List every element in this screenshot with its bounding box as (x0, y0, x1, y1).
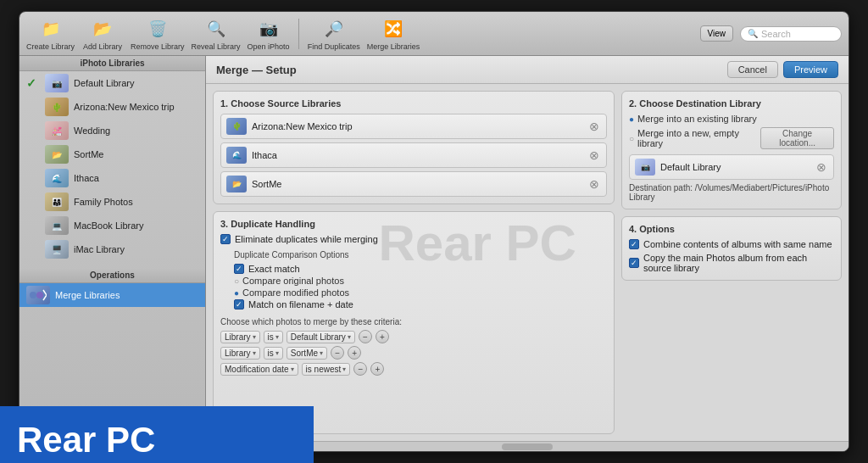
setup-right: 2. Choose Destination Library Merge into… (621, 91, 842, 434)
criteria-add-button[interactable]: + (370, 362, 384, 376)
sidebar-item-ithaca[interactable]: 🌊 Ithaca (19, 166, 205, 190)
remove-source-button[interactable]: ⊗ (587, 120, 601, 133)
sidebar-item-macbook[interactable]: 💻 MacBook Library (19, 214, 205, 237)
reveal-library-icon: 🔍 (204, 17, 228, 41)
criteria-col3-select[interactable]: SortMe (287, 347, 327, 360)
open-iphoto-button[interactable]: 📷 Open iPhoto (248, 17, 290, 51)
dup-comparison-options: ✓ Exact match Compare original photos (234, 264, 607, 310)
remove-dest-button[interactable]: ⊗ (815, 160, 828, 174)
criteria-col2-select[interactable]: is (264, 347, 283, 360)
search-icon: 🔍 (748, 29, 758, 38)
reveal-library-button[interactable]: 🔍 Reveal Library (192, 17, 241, 51)
merge-libraries-button[interactable]: 🔀 Merge Libraries (367, 17, 420, 51)
dup-section-title: 3. Duplicate Handling (220, 219, 607, 229)
compare-modified-row[interactable]: Compare modified photos (234, 287, 607, 298)
option2-checkbox[interactable]: ✓ (629, 258, 639, 268)
duplicate-handling-section: 3. Duplicate Handling ✓ Eliminate duplic… (213, 211, 615, 434)
sidebar-item-arizona[interactable]: 🌵 Arizona:New Mexico trip (19, 95, 205, 119)
toolbar-separator (298, 19, 299, 49)
change-location-button[interactable]: Change location... (760, 127, 834, 149)
dest-new-radio[interactable] (629, 133, 634, 143)
option1-checkbox[interactable]: ✓ (629, 239, 639, 249)
exact-match-checkbox[interactable]: ✓ (234, 264, 244, 274)
sidebar: iPhoto Libraries ✓ 📷 Default Library 🌵 A… (19, 56, 206, 451)
destination-section: 2. Choose Destination Library Merge into… (621, 91, 842, 209)
merge-libraries-icon: 🔀 (381, 17, 405, 41)
sidebar-item-wedding[interactable]: 💒 Wedding (19, 119, 205, 142)
compare-modified-radio[interactable] (234, 287, 239, 298)
scrollbar-thumb[interactable] (502, 443, 553, 450)
source-item: 🌵 Arizona:New Mexico trip ⊗ (220, 114, 607, 139)
dest-library-icon: 📷 (635, 159, 655, 176)
criteria-row-3: Modification date is newest − + (220, 362, 607, 376)
cancel-button[interactable]: Cancel (727, 61, 778, 78)
toolbar: 📁 Create Library 📂 Add Library 🗑️ Remove… (19, 12, 849, 56)
criteria-add-button[interactable]: + (348, 346, 361, 360)
preview-button[interactable]: Preview (783, 61, 838, 78)
criteria-row-2: Library is SortMe − + (220, 346, 607, 360)
options-section-title: 4. Options (629, 224, 834, 234)
criteria-col2-select[interactable]: is (264, 331, 283, 343)
add-library-button[interactable]: 📂 Add Library (81, 17, 124, 51)
libraries-header: iPhoto Libraries (19, 56, 205, 71)
remove-source-button[interactable]: ⊗ (587, 148, 601, 162)
source-item: 🌊 Ithaca ⊗ (220, 142, 607, 168)
bottom-bar: Rear PC (0, 406, 314, 463)
source-lib-icon: 🌊 (226, 147, 247, 164)
operations-header: Operations (19, 268, 205, 283)
options-section: 4. Options ✓ Combine contents of albums … (621, 216, 842, 281)
match-filename-row: ✓ Match on filename + date (234, 299, 607, 310)
dest-options: Merge into an existing library Merge int… (629, 114, 834, 149)
eliminate-dup-row: ✓ Eliminate duplicates while merging (220, 234, 607, 244)
library-icon: 📷 (45, 74, 69, 92)
criteria-remove-button[interactable]: − (331, 346, 344, 360)
criteria-row-1: Library is Default Library − + (220, 330, 607, 343)
bottom-bar-text: Rear PC (17, 420, 155, 460)
header-buttons: Cancel Preview (727, 61, 838, 78)
dest-existing-radio-row[interactable]: Merge into an existing library (629, 114, 834, 124)
criteria-col1-select[interactable]: Modification date (220, 363, 298, 376)
checkmark-icon: ✓ (26, 76, 40, 90)
dest-new-radio-row[interactable]: Merge into a new, empty library (629, 128, 754, 148)
sidebar-item-imac[interactable]: 🖥️ iMac Library (19, 237, 205, 261)
remove-source-button[interactable]: ⊗ (587, 177, 601, 191)
create-library-button[interactable]: 📁 Create Library (26, 17, 75, 51)
source-lib-icon: 🌵 (226, 118, 247, 135)
criteria-label: Choose which photos to merge by these cr… (220, 317, 607, 326)
options-list: ✓ Combine contents of albums with same n… (629, 239, 834, 273)
open-iphoto-icon: 📷 (257, 17, 281, 41)
dest-library-row: 📷 Default Library ⊗ (629, 154, 834, 180)
sidebar-item-default-library[interactable]: ✓ 📷 Default Library (19, 71, 205, 95)
criteria-remove-button[interactable]: − (359, 330, 372, 343)
view-button[interactable]: View (700, 25, 734, 42)
criteria-col1-select[interactable]: Library (220, 347, 260, 360)
criteria-add-button[interactable]: + (376, 330, 389, 343)
library-icon: 📂 (45, 145, 69, 164)
criteria-remove-button[interactable]: − (353, 362, 367, 376)
source-list: 🌵 Arizona:New Mexico trip ⊗ 🌊 Ithaca ⊗ (220, 114, 607, 197)
setup-left: 1. Choose Source Libraries 🌵 Arizona:New… (213, 91, 615, 434)
library-icon: 👨‍👩‍👧 (45, 192, 69, 211)
find-duplicates-button[interactable]: 🔎 Find Duplicates (308, 17, 360, 51)
compare-original-row[interactable]: Compare original photos (234, 276, 607, 286)
find-duplicates-icon: 🔎 (322, 17, 346, 41)
compare-original-radio[interactable] (234, 276, 239, 286)
source-item: 📂 SortMe ⊗ (220, 171, 607, 197)
main-content: iPhoto Libraries ✓ 📷 Default Library 🌵 A… (19, 56, 849, 451)
dest-existing-radio[interactable] (629, 114, 634, 124)
match-filename-checkbox[interactable]: ✓ (234, 299, 244, 310)
criteria-col2-select[interactable]: is newest (302, 363, 351, 376)
svg-point-0 (30, 292, 36, 298)
merge-header: Merge — Setup Cancel Preview (206, 56, 849, 84)
setup-content: 1. Choose Source Libraries 🌵 Arizona:New… (206, 84, 849, 441)
remove-library-button[interactable]: 🗑️ Remove Library (131, 17, 185, 51)
eliminate-dup-checkbox[interactable]: ✓ (220, 234, 231, 244)
criteria-col1-select[interactable]: Library (220, 331, 260, 343)
sidebar-item-family[interactable]: 👨‍👩‍👧 Family Photos (19, 190, 205, 214)
merge-title: Merge — Setup (216, 64, 297, 76)
source-lib-icon: 📂 (226, 176, 247, 192)
library-icon: 🖥️ (45, 240, 69, 259)
sidebar-item-sortme[interactable]: 📂 SortMe (19, 142, 205, 166)
criteria-col3-select[interactable]: Default Library (287, 331, 355, 343)
merge-libraries-sidebar-item[interactable]: Merge Libraries (19, 283, 205, 307)
